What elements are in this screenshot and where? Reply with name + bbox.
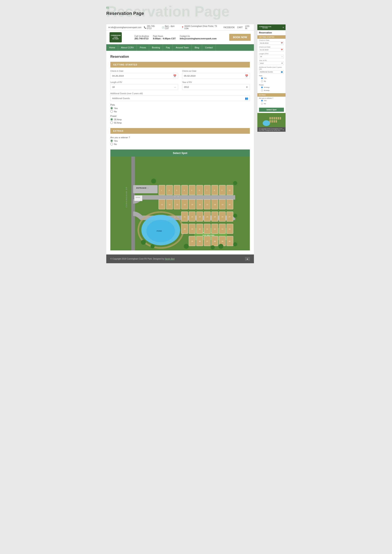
nav-home[interactable]: Home [106, 44, 118, 51]
guests-input[interactable] [110, 95, 250, 101]
svg-rect-104 [259, 113, 284, 127]
svg-text:25: 25 [214, 216, 216, 218]
power-50-option[interactable]: 50 Amp [110, 121, 250, 124]
nav-faq[interactable]: Faq [163, 44, 173, 51]
year-rv-input[interactable] [182, 84, 250, 90]
sidebar-pets-no[interactable]: No [259, 80, 284, 83]
svg-text:38: 38 [214, 240, 216, 242]
svg-rect-112 [269, 120, 271, 123]
sidebar-veteran-yes[interactable]: Yes [259, 99, 284, 102]
title-area: Reservation Page 01 Reservation Page [106, 4, 286, 20]
rv-row: Length of RV ↔ Year of RV ▼ [110, 81, 250, 90]
svg-text:10: 10 [229, 189, 231, 191]
svg-rect-115 [276, 120, 277, 123]
veteran-yes-option[interactable]: Yes [110, 139, 250, 142]
svg-text:34: 34 [229, 228, 231, 230]
topbar-facebook[interactable]: FACEBOOK [224, 26, 235, 28]
sidebar-checkout-input[interactable]: 01-02-2019 📅 [259, 48, 284, 52]
svg-text:POND: POND [157, 230, 162, 232]
topbar-login[interactable]: LOG IN [245, 25, 252, 30]
step-number: 01 [106, 6, 286, 9]
svg-rect-1 [133, 185, 158, 193]
sidebar-veteran-group: Are you a veteran ? Yes No [257, 97, 286, 106]
sidebar-toggle[interactable]: ≡ [283, 26, 284, 28]
sidebar-scroll-top[interactable]: ▲ [282, 129, 284, 130]
length-rv-wrapper: ↔ [110, 84, 178, 90]
pets-yes-radio[interactable] [110, 107, 113, 110]
sidebar-year-input[interactable]: 2012 ▼ [259, 62, 284, 65]
nav-about[interactable]: About CCRV [118, 44, 137, 51]
checkin-input[interactable] [110, 73, 178, 79]
veteran-group: Are you a veteran ? Yes No [110, 136, 250, 145]
svg-text:17: 17 [206, 204, 208, 206]
svg-text:27: 27 [229, 216, 231, 218]
nav-booking[interactable]: Booking [149, 44, 163, 51]
svg-text:16: 16 [199, 204, 201, 206]
pets-no-radio[interactable] [110, 110, 113, 113]
checkout-input[interactable] [182, 73, 250, 79]
svg-rect-108 [273, 117, 275, 119]
svg-text:CUNNINGHAM DR: CUNNINGHAM DR [126, 187, 127, 208]
topbar-phone: 📞 281-740-0713 [144, 25, 159, 30]
veteran-no-option[interactable]: No [110, 143, 250, 145]
pets-no-option[interactable]: No [110, 110, 250, 113]
svg-text:7: 7 [206, 189, 207, 191]
svg-rect-106 [269, 117, 271, 119]
book-now-button[interactable]: BOOK NOW [229, 34, 251, 41]
sidebar-checkin-input[interactable]: 04-26-2019 📅 [259, 42, 284, 45]
sidebar-checkout-label: Check-out Date [259, 46, 284, 48]
svg-text:26: 26 [222, 216, 223, 218]
veteran-yes-radio[interactable] [110, 139, 113, 142]
power-30-label: 30 Amp [114, 118, 122, 121]
topbar-cart[interactable]: CART [237, 26, 243, 28]
svg-text:OFFICE: OFFICE [136, 197, 140, 198]
guests-wrapper: 👥 [110, 95, 250, 101]
layout-wrapper: ✉ info@cunninghamcovervpark.com 📞 281-74… [106, 24, 286, 263]
sidebar-length-input[interactable]: 18 ↔ [259, 55, 284, 58]
nav-blog[interactable]: Blog [192, 44, 202, 51]
pets-yes-option[interactable]: Yes [110, 107, 250, 110]
svg-text:23: 23 [199, 216, 201, 218]
footer-designer-link[interactable]: Nerdy Bird [165, 258, 174, 260]
extras-header: EXTRAS [110, 128, 250, 134]
nav-prices[interactable]: Prices [137, 44, 149, 51]
sidebar-power-50[interactable]: 50 Amp [259, 89, 284, 92]
nav-contact[interactable]: Contact [202, 44, 216, 51]
select-spot-header: Select Spot [110, 149, 250, 157]
sidebar-footer: © Copyright 2018 Cunningham Cove RV Park… [257, 127, 286, 132]
power-group: Power 30 Amp 50 Amp [110, 115, 250, 124]
length-rv-label: Length of RV [110, 81, 178, 83]
veteran-yes-label: Yes [114, 140, 118, 142]
length-rv-input[interactable] [110, 84, 178, 90]
svg-text:2: 2 [169, 189, 170, 191]
sidebar-power-group: Power 30 Amp 50 Amp [257, 83, 286, 93]
nav-around-town[interactable]: Around Town [173, 44, 192, 51]
svg-text:8: 8 [214, 189, 215, 191]
guests-group: Additional Guests (over 2 years old) 👥 [110, 92, 250, 101]
svg-text:15: 15 [191, 204, 193, 206]
svg-point-95 [233, 242, 237, 246]
power-30-radio[interactable] [110, 118, 113, 121]
svg-text:20: 20 [229, 204, 231, 206]
sidebar-veteran-no[interactable]: No [259, 102, 284, 105]
sidebar-pets-yes[interactable]: Yes [259, 77, 284, 80]
svg-text:← →: ← → [174, 216, 179, 218]
svg-point-99 [211, 245, 215, 249]
header-call: Call Us Anytime 281-740-0713 [134, 35, 149, 40]
sidebar-select-spot-button[interactable]: Select Spot [259, 108, 284, 112]
scroll-to-top-icon[interactable]: ▲ [245, 257, 250, 261]
calendar-icon: 📅 [173, 74, 176, 77]
sidebar-checkin-label: Check-in Date [259, 39, 284, 41]
power-50-radio[interactable] [110, 121, 113, 124]
sidebar-power-30[interactable]: 30 Amp [259, 86, 284, 89]
svg-text:3: 3 [176, 189, 177, 191]
checkout-label: Check-out Date [182, 70, 250, 72]
sidebar-guests-input[interactable]: Additional Guests 👥 [259, 70, 284, 74]
sidebar-length-field: Length of RV 18 ↔ [257, 52, 286, 59]
power-30-option[interactable]: 30 Amp [110, 118, 250, 121]
svg-rect-109 [276, 117, 277, 119]
sidebar-footer-text: © Copyright 2018 Cunningham Cove RV Park… [259, 128, 282, 131]
veteran-no-label: No [114, 143, 117, 145]
veteran-no-radio[interactable] [110, 143, 113, 145]
svg-text:21: 21 [184, 216, 186, 218]
